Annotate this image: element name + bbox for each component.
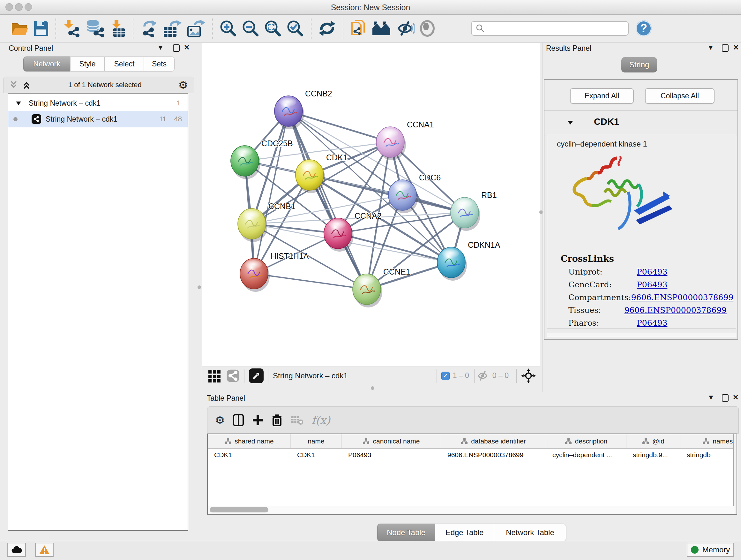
tab-style[interactable]: Style — [70, 57, 105, 71]
zoom-in-icon[interactable] — [219, 19, 237, 37]
export-network-icon[interactable] — [140, 19, 158, 37]
table-cell[interactable]: cyclin–dependent ... — [546, 451, 626, 459]
crosslink-link[interactable]: P06493 — [636, 267, 667, 276]
show-all-icon[interactable] — [419, 20, 435, 37]
grid-view-icon[interactable] — [207, 368, 222, 383]
network-row-selected[interactable]: String Network – cdk1 11 48 — [8, 111, 188, 127]
first-neighbors-icon[interactable] — [372, 20, 392, 37]
gene-section-header[interactable]: CDK1 — [544, 111, 738, 135]
column-header-shared-name[interactable]: shared name — [208, 434, 291, 448]
import-table-file-icon[interactable] — [110, 19, 126, 37]
table-row[interactable]: CDK1CDK1P064939606.ENSP00000378699cyclin… — [208, 449, 737, 461]
network-options-gear-icon[interactable]: ⚙ — [179, 79, 188, 90]
open-session-icon[interactable] — [10, 20, 29, 37]
export-image-icon[interactable] — [186, 19, 205, 37]
network-collection-row[interactable]: String Network – cdk1 1 — [8, 96, 188, 111]
toolbar-separator — [212, 18, 212, 39]
network-node-RB1[interactable]: RB1 — [451, 191, 497, 231]
table-options-gear-icon[interactable]: ⚙ — [215, 415, 225, 426]
expander-triangle-icon[interactable] — [15, 101, 22, 106]
network-graph[interactable]: CCNB2CCNA1CDC25BCDK1CDC6RB1CCNB1CCNA2CDK… — [202, 43, 540, 367]
network-edge[interactable] — [288, 111, 367, 289]
splitter-handle[interactable] — [198, 286, 201, 289]
open-in-window-button[interactable] — [249, 368, 264, 383]
column-header-description[interactable]: description — [546, 434, 626, 448]
table-cell[interactable]: CDK1 — [291, 451, 342, 459]
column-header-name[interactable]: name — [291, 434, 342, 448]
table-cell[interactable]: CDK1 — [208, 451, 291, 459]
fit-content-crosshair-icon[interactable] — [521, 368, 536, 383]
warning-status-button[interactable] — [35, 543, 54, 557]
network-node-CCNB2[interactable]: CCNB2 — [274, 89, 332, 129]
horizontal-splitter[interactable] — [202, 384, 540, 392]
maximize-panel-icon[interactable] — [722, 394, 729, 401]
cloud-status-button[interactable] — [7, 543, 26, 557]
export-table-icon[interactable] — [162, 19, 182, 37]
refresh-layout-icon[interactable] — [318, 20, 336, 37]
close-panel-icon[interactable]: ✕ — [733, 393, 738, 401]
network-node-CDC6[interactable]: CDC6 — [388, 173, 441, 213]
table-cell[interactable]: stringdb — [680, 451, 737, 459]
network-edge[interactable] — [254, 273, 367, 289]
network-node-CCNA1[interactable]: CCNA1 — [376, 120, 434, 160]
crosslink-link[interactable]: P06493 — [636, 280, 667, 289]
tab-select[interactable]: Select — [105, 57, 144, 71]
crosslink-label: GeneCard: — [561, 280, 636, 289]
tab-edge-table[interactable]: Edge Table — [435, 523, 494, 542]
tab-network-table[interactable]: Network Table — [494, 523, 566, 542]
selected-nodes-checkbox[interactable]: ✓ — [441, 372, 450, 380]
search-input[interactable] — [485, 24, 620, 33]
close-panel-icon[interactable]: ✕ — [184, 44, 190, 52]
save-session-icon[interactable] — [33, 20, 49, 37]
memory-button[interactable]: Memory — [687, 543, 734, 557]
maximize-panel-icon[interactable] — [173, 44, 180, 52]
zoom-out-icon[interactable] — [242, 19, 259, 37]
maximize-panel-icon[interactable] — [722, 44, 729, 52]
crosslink-link[interactable]: 9606.ENSP00000378699 — [624, 306, 727, 315]
main-toolbar: ? — [0, 15, 741, 43]
network-node-CCNE1[interactable]: CCNE1 — [353, 267, 410, 307]
zoom-selected-icon[interactable] — [286, 19, 304, 37]
show-columns-icon[interactable] — [233, 414, 244, 426]
expand-all-icon[interactable] — [21, 80, 31, 90]
zoom-fit-icon[interactable] — [264, 19, 282, 37]
left-splitter[interactable] — [197, 43, 202, 540]
hide-selected-icon[interactable] — [396, 20, 414, 37]
float-panel-icon[interactable]: ▼ — [708, 393, 715, 401]
import-network-database-icon[interactable] — [85, 19, 105, 37]
birdseye-view-icon[interactable] — [226, 369, 240, 382]
table-horizontal-scrollbar[interactable] — [208, 506, 735, 514]
tab-network[interactable]: Network — [23, 57, 70, 71]
network-node-HIST1H1A[interactable]: HIST1H1A — [240, 252, 309, 292]
column-header-canonical-name[interactable]: canonical name — [342, 434, 441, 448]
table-cell[interactable]: 9606.ENSP00000378699 — [441, 451, 546, 459]
float-panel-icon[interactable]: ▼ — [157, 44, 164, 52]
splitter-handle[interactable] — [371, 386, 374, 390]
tab-node-table[interactable]: Node Table — [377, 523, 435, 542]
tab-string[interactable]: String — [621, 57, 657, 72]
copy-network-icon[interactable] — [350, 19, 367, 38]
scrollbar-thumb[interactable] — [210, 507, 268, 512]
add-column-icon[interactable] — [252, 415, 264, 426]
tab-sets[interactable]: Sets — [144, 57, 175, 71]
table-cell[interactable]: stringdb:9... — [626, 451, 680, 459]
right-splitter[interactable] — [540, 43, 542, 392]
help-button[interactable]: ? — [636, 20, 652, 37]
column-header--id[interactable]: @id — [626, 434, 680, 448]
expand-all-button[interactable]: Expand All — [570, 88, 634, 104]
import-network-file-icon[interactable] — [63, 19, 81, 37]
collapse-all-icon[interactable] — [9, 80, 19, 90]
column-header-database-identifier[interactable]: database identifier — [441, 434, 546, 448]
float-panel-icon[interactable]: ▼ — [707, 44, 714, 52]
network-edge[interactable] — [254, 111, 288, 273]
section-expander-icon[interactable] — [567, 120, 574, 125]
close-panel-icon[interactable]: ✕ — [733, 44, 739, 52]
column-header-namespace[interactable]: namespace — [680, 434, 737, 448]
table-vertical-scrollbar[interactable] — [733, 434, 737, 514]
delete-column-icon[interactable] — [272, 414, 282, 426]
crosslink-link[interactable]: P06493 — [636, 318, 667, 327]
network-node-CDKN1A[interactable]: CDKN1A — [437, 240, 500, 281]
table-cell[interactable]: P06493 — [342, 451, 441, 459]
collapse-all-button[interactable]: Collapse All — [645, 88, 715, 104]
crosslink-link[interactable]: 9606.ENSP00000378699 — [631, 293, 734, 302]
